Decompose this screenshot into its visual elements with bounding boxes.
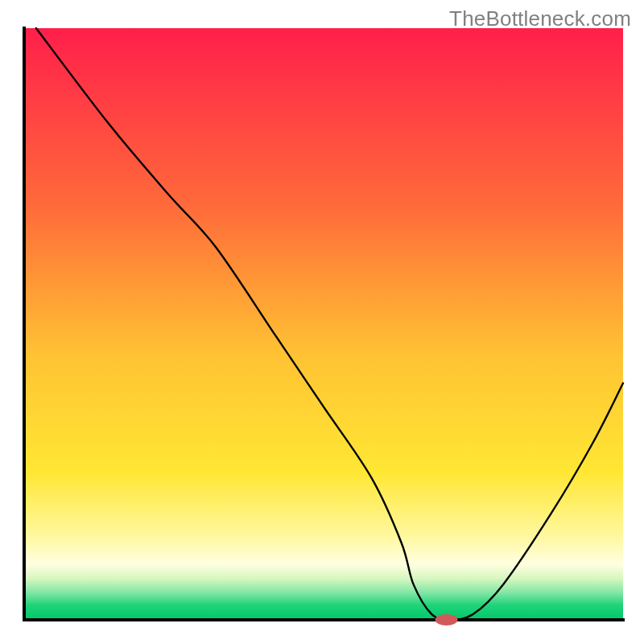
bottleneck-chart: [0, 0, 644, 644]
plot-area: [24, 28, 623, 625]
chart-container: { "watermark": "TheBottleneck.com", "cha…: [0, 0, 644, 644]
optimum-marker: [436, 614, 458, 625]
watermark-text: TheBottleneck.com: [449, 6, 631, 31]
plot-background: [24, 28, 623, 620]
